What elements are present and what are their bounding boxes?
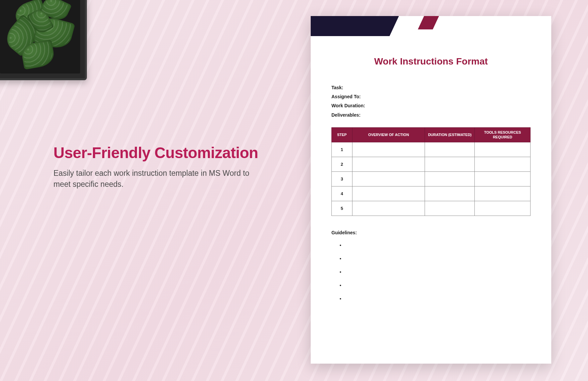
cell-duration <box>425 186 475 201</box>
list-item <box>345 269 531 283</box>
list-item <box>345 243 531 256</box>
table-header-row: STEP OVERVIEW OF ACTION DURATION (ESTIMA… <box>332 127 531 142</box>
cell-action <box>352 201 425 216</box>
field-duration: Work Duration: <box>331 102 531 110</box>
cell-duration <box>425 172 475 186</box>
table-row: 1 <box>332 142 531 157</box>
document-preview: Work Instructions Format Task: Assigned … <box>311 16 551 364</box>
header-slant-pink <box>451 16 501 29</box>
cell-action <box>352 186 425 201</box>
cell-action <box>352 157 425 172</box>
guidelines-list <box>345 243 531 309</box>
field-deliverables: Deliverables: <box>331 111 531 119</box>
field-task: Task: <box>331 84 531 92</box>
col-duration: DURATION (ESTIMATED) <box>425 127 475 142</box>
list-item <box>345 283 531 296</box>
cell-step: 3 <box>332 172 352 186</box>
subheadline: Easily tailor each work instruction temp… <box>53 168 261 190</box>
table-row: 4 <box>332 186 531 201</box>
table-row: 5 <box>332 201 531 216</box>
field-assigned: Assigned To: <box>331 93 531 101</box>
plant-pot <box>0 0 87 80</box>
cell-tools <box>475 157 531 172</box>
table-row: 3 <box>332 172 531 186</box>
col-tools: TOOLS RESOURCES REQUIRED <box>475 127 531 142</box>
marketing-copy: User-Friendly Customization Easily tailo… <box>53 144 261 190</box>
cell-action <box>352 172 425 186</box>
list-item <box>345 256 531 269</box>
col-step: STEP <box>332 127 352 142</box>
steps-table: STEP OVERVIEW OF ACTION DURATION (ESTIMA… <box>331 127 531 216</box>
cell-step: 2 <box>332 157 352 172</box>
cell-duration <box>425 157 475 172</box>
cell-duration <box>425 142 475 157</box>
document-fields: Task: Assigned To: Work Duration: Delive… <box>331 84 531 119</box>
document-title: Work Instructions Format <box>331 56 531 67</box>
headline: User-Friendly Customization <box>53 144 261 162</box>
list-item <box>345 296 531 309</box>
cell-step: 1 <box>332 142 352 157</box>
cell-tools <box>475 142 531 157</box>
document-body: Work Instructions Format Task: Assigned … <box>311 36 551 323</box>
cell-duration <box>425 201 475 216</box>
cell-tools <box>475 172 531 186</box>
cell-step: 4 <box>332 186 352 201</box>
col-action: OVERVIEW OF ACTION <box>352 127 425 142</box>
table-row: 2 <box>332 157 531 172</box>
guidelines-label: Guidelines: <box>331 230 531 235</box>
document-header-band <box>311 16 551 36</box>
decorative-plant <box>0 0 87 80</box>
cell-tools <box>475 201 531 216</box>
cell-tools <box>475 186 531 201</box>
cell-action <box>352 142 425 157</box>
cell-step: 5 <box>332 201 352 216</box>
header-slant-dark <box>418 16 468 29</box>
